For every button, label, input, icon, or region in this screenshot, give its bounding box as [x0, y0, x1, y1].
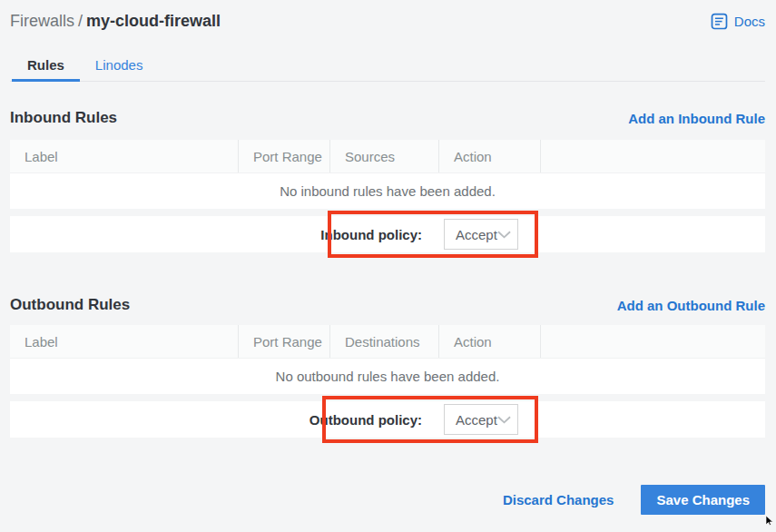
outbound-column-action: Action — [438, 325, 540, 358]
mouse-cursor-artifact — [765, 513, 775, 529]
inbound-rules-title: Inbound Rules — [10, 109, 117, 127]
inbound-empty-message: No inbound rules have been added. — [280, 183, 496, 199]
inbound-column-label: Label — [10, 140, 238, 172]
inbound-policy-value: Accept — [456, 227, 497, 242]
outbound-policy-value: Accept — [456, 412, 497, 428]
tab-bar: Rules Linodes — [10, 52, 765, 82]
outbound-policy-label: Outbound policy: — [309, 412, 422, 428]
breadcrumb: Firewalls/my-cloud-firewall — [10, 9, 221, 33]
inbound-policy-row: Inbound policy: Accept — [10, 216, 765, 252]
discard-changes-button[interactable]: Discard Changes — [503, 492, 614, 507]
outbound-rules-table: Label Port Range Destinations Action No … — [10, 325, 765, 438]
inbound-column-action: Action — [438, 140, 540, 172]
chevron-down-icon — [497, 411, 511, 428]
inbound-column-spacer — [540, 140, 765, 172]
outbound-table-header: Label Port Range Destinations Action — [10, 325, 765, 358]
chevron-down-icon — [497, 226, 511, 242]
add-inbound-rule-link[interactable]: Add an Inbound Rule — [628, 111, 765, 126]
outbound-policy-row: Outbound policy: Accept — [10, 401, 765, 438]
inbound-column-port: Port Range — [238, 140, 329, 172]
breadcrumb-current-firewall: my-cloud-firewall — [86, 12, 221, 30]
form-actions: Discard Changes Save Changes — [10, 485, 765, 515]
outbound-empty-message: No outbound rules have been added. — [276, 369, 500, 384]
inbound-section-header: Inbound Rules Add an Inbound Rule — [10, 109, 765, 127]
breadcrumb-separator: / — [74, 12, 86, 30]
outbound-column-spacer — [540, 325, 765, 358]
inbound-empty-row: No inbound rules have been added. — [10, 172, 765, 209]
row-divider — [10, 394, 765, 401]
inbound-policy-select[interactable]: Accept — [444, 219, 518, 250]
docs-link[interactable]: Docs — [711, 13, 765, 30]
outbound-column-label: Label — [10, 325, 238, 358]
breadcrumb-firewalls-link[interactable]: Firewalls — [10, 12, 74, 30]
outbound-empty-row: No outbound rules have been added. — [10, 358, 765, 394]
top-bar: Firewalls/my-cloud-firewall Docs — [10, 9, 765, 33]
docs-link-label: Docs — [734, 14, 765, 29]
inbound-table-header: Label Port Range Sources Action — [10, 140, 765, 172]
outbound-column-destinations: Destinations — [329, 325, 438, 358]
outbound-rules-title: Outbound Rules — [10, 296, 130, 314]
row-divider — [10, 209, 765, 216]
firewall-detail-page: Firewalls/my-cloud-firewall Docs Rules L… — [0, 0, 776, 515]
save-changes-button[interactable]: Save Changes — [641, 485, 765, 515]
inbound-policy-label: Inbound policy: — [320, 227, 422, 242]
outbound-policy-select[interactable]: Accept — [444, 404, 518, 435]
inbound-column-sources: Sources — [329, 140, 438, 172]
tab-linodes[interactable]: Linodes — [80, 52, 159, 81]
outbound-section-header: Outbound Rules Add an Outbound Rule — [10, 296, 765, 314]
docs-icon — [711, 13, 728, 30]
add-outbound-rule-link[interactable]: Add an Outbound Rule — [617, 298, 765, 313]
tab-rules[interactable]: Rules — [12, 52, 80, 81]
inbound-rules-table: Label Port Range Sources Action No inbou… — [10, 140, 765, 252]
outbound-column-port: Port Range — [238, 325, 329, 358]
